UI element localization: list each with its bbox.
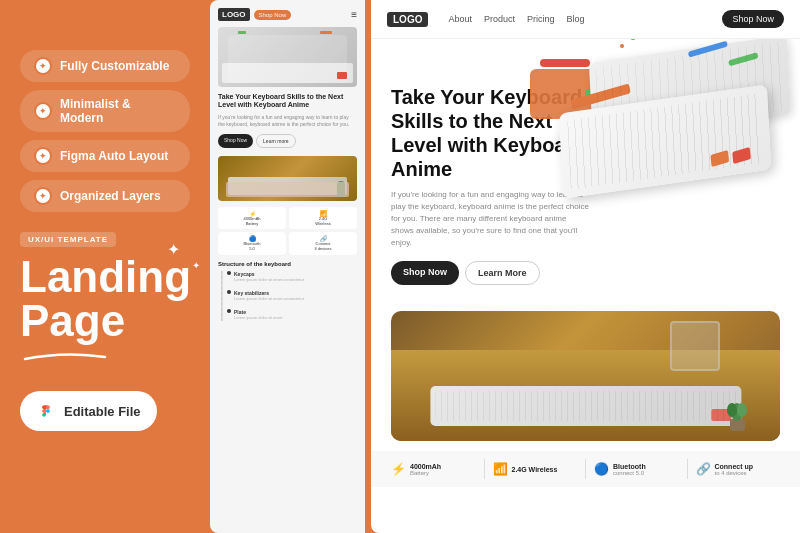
landing-title: Landing Page [20,255,190,343]
feature-icon-2: ✦ [34,102,52,120]
sp-hero-title: Take Your Keyboard Skills to the Next Le… [218,93,357,110]
feature-fully-customizable: ✦ Fully Customizable [20,50,190,82]
lp-nav-links: About Product Pricing Blog [448,14,584,24]
lp-wireless-value: 2.4G Wireless [512,466,558,473]
sp-spec-bt-text: Bluetooth5.0 [221,242,283,252]
sp-tl-dot-1 [227,271,231,275]
plant-leaf-3 [727,403,737,417]
lp-learn-more-btn[interactable]: Learn More [465,261,540,285]
sp-spec-bluetooth: 🔵 Bluetooth5.0 [218,232,286,255]
deco-star-1: ✦ [167,240,180,259]
sp-tl-dot-3 [227,309,231,313]
editable-file-label: Editable File [64,404,141,419]
sp-desk-plant [337,181,345,197]
kb-blue-accent [688,41,728,58]
lp-keyboard-desk-photo [391,311,780,441]
sp-hero-body: If you're looking for a fun and engaging… [218,114,357,128]
sp-spec-wireless-text: 2.4GWireless [292,217,354,227]
sp-tl-body-1: Lorem ipsum dolor sit amet consectetur [234,277,357,282]
lp-nav-product[interactable]: Product [484,14,515,24]
features-list: ✦ Fully Customizable ✦ Minimalist & Mode… [20,50,190,212]
feature-icon-1: ✦ [34,57,52,75]
lp-connect-value: Connect up [715,463,754,470]
feature-label-3: Figma Auto Layout [60,149,168,163]
lp-connect-info: Connect up to 4 devices [715,463,754,476]
feature-icon-3: ✦ [34,147,52,165]
sp-spec-connect: 🔗 Connect4 devices [289,232,357,255]
lp-battery-label: Battery [410,470,441,476]
sp-kb-red-key [337,72,347,79]
sp-menu-icon: ≡ [351,9,357,20]
sp-tl-body-3: Lorem ipsum dolor sit amet [234,315,357,320]
sp-btn-primary[interactable]: Shop Now [218,134,253,148]
feature-label-1: Fully Customizable [60,59,169,73]
right-panel: LOGO Shop Now ≡ Take Your Keyboard Skill… [210,0,800,533]
lp-logo: LOGO [387,12,428,27]
sp-btn-secondary[interactable]: Learn more [256,134,296,148]
lp-battery-icon: ⚡ [391,462,406,476]
sp-kb-keys [222,63,353,83]
sp-timeline-plate: Plate Lorem ipsum dolor sit amet [226,309,357,320]
sp-spec-connect-text: Connect4 devices [292,242,354,252]
lp-hero-buttons: Shop Now Learn More [391,261,591,285]
lp-bt-icon: 🔵 [594,462,609,476]
lp-connect-label: to 4 devices [715,470,754,476]
sp-spec-wireless: 📶 2.4GWireless [289,207,357,230]
lp-battery-value: 4000mAh [410,463,441,470]
lp-shop-now-hero-btn[interactable]: Shop Now [391,261,459,285]
underline-curve [20,349,190,367]
lp-specs-bar: ⚡ 4000mAh Battery 📶 2.4G Wireless 🔵 Blue… [371,451,800,487]
lp-connect-icon: 🔗 [696,462,711,476]
lp-nav-pricing[interactable]: Pricing [527,14,555,24]
landing-title-line1: Landing [20,255,190,299]
feature-organized-layers: ✦ Organized Layers [20,180,190,212]
lp-wireless-info: 2.4G Wireless [512,466,558,473]
lp-keyboard-3d [550,39,790,249]
sp-buttons: Shop Now Learn more [218,134,357,148]
sp-keyboard-desk-photo [218,156,357,201]
sp-kb-orange-accent [320,31,332,34]
accent-red-bar [540,59,590,67]
feature-label-4: Organized Layers [60,189,161,203]
sp-timeline-stabilizers: Key stabilizers Lorem ipsum dolor sit am… [226,290,357,301]
kb-red-key [732,147,751,164]
plant-leaf-2 [737,403,747,417]
lp-bt-label: connect 5.0 [613,470,646,476]
large-preview: LOGO About Product Pricing Blog Shop Now [371,0,800,533]
sp-logo: LOGO [218,8,250,21]
deco-star-2: ✦ [192,260,200,271]
feature-minimalist-modern: ✦ Minimalist & Modern [20,90,190,132]
lp-battery-info: 4000mAh Battery [410,463,441,476]
lp-photo-section [371,301,800,451]
dot-green-1 [630,39,636,40]
sp-timeline: Keycaps Lorem ipsum dolor sit amet conse… [218,271,357,321]
sp-tl-body-2: Lorem ipsum dolor sit amet consectetur [234,296,357,301]
sp-keyboard-image [218,27,357,87]
sp-spec-battery: ⚡ 4000mAhBattery [218,207,286,230]
figma-icon [36,401,56,421]
keyboard-3d-container [550,39,790,249]
editable-file-button[interactable]: Editable File [20,391,157,431]
feature-icon-4: ✦ [34,187,52,205]
sp-shop-btn: Shop Now [254,10,292,20]
sp-timeline-keycaps: Keycaps Lorem ipsum dolor sit amet conse… [226,271,357,282]
kb-orange-key [710,150,729,167]
left-panel: ✦ Fully Customizable ✦ Minimalist & Mode… [0,0,210,533]
sp-desk-keyboard [228,177,347,195]
feature-label-2: Minimalist & Modern [60,97,176,125]
lp-spec-divider-1 [484,459,485,479]
lp-spec-divider-2 [585,459,586,479]
lp-spec-battery: ⚡ 4000mAh Battery [391,462,476,476]
lp-nav-about[interactable]: About [448,14,472,24]
lp-spec-divider-3 [687,459,688,479]
dot-orange-1 [620,44,624,48]
sp-kb-green-accent [238,31,246,34]
template-badge: UX/UI TEMPLATE [20,232,116,247]
lp-shop-now-btn[interactable]: Shop Now [722,10,784,28]
sp-nav: LOGO Shop Now ≡ [218,8,357,21]
lp-bt-value: Bluetooth [613,463,646,470]
sp-spec-battery-text: 4000mAhBattery [221,217,283,227]
feature-figma-auto-layout: ✦ Figma Auto Layout [20,140,190,172]
lp-nav-blog[interactable]: Blog [567,14,585,24]
kb-green-accent [728,52,758,66]
